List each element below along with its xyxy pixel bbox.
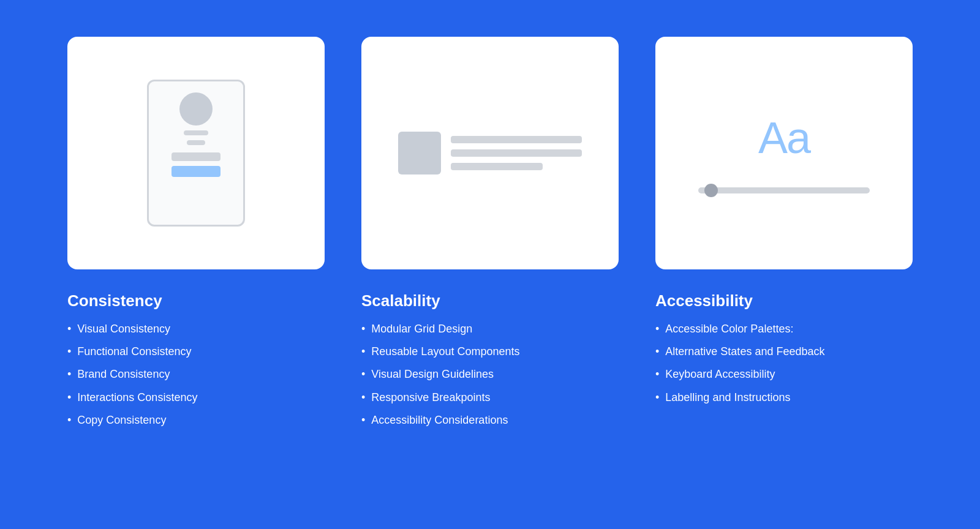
scalability-list: Modular Grid Design Reusable Layout Comp… (361, 321, 619, 428)
scalability-title: Scalability (361, 291, 619, 310)
main-container: Consistency Visual Consistency Functiona… (0, 0, 980, 529)
phone-mockup (147, 80, 245, 227)
consistency-card (67, 37, 325, 269)
list-item: Brand Consistency (67, 367, 325, 382)
list-item: Accessibility Considerations (361, 413, 619, 428)
consistency-title: Consistency (67, 291, 325, 310)
consistency-column: Consistency Visual Consistency Functiona… (67, 37, 325, 428)
scalability-column: Scalability Modular Grid Design Reusable… (361, 37, 619, 428)
phone-line-2 (187, 140, 205, 145)
scalability-card (361, 37, 619, 269)
list-item: Reusable Layout Components (361, 344, 619, 359)
layout-mockup (398, 132, 582, 174)
list-item: Copy Consistency (67, 413, 325, 428)
accessibility-card: Aa (655, 37, 913, 269)
layout-lines (451, 136, 582, 170)
layout-square (398, 132, 441, 174)
layout-line (451, 163, 543, 170)
layout-line (451, 136, 582, 143)
list-item: Alternative States and Feedback (655, 344, 913, 359)
aa-typography: Aa (758, 113, 810, 163)
list-item: Functional Consistency (67, 344, 325, 359)
phone-bar-1 (172, 152, 221, 161)
list-item: Keyboard Accessibility (655, 367, 913, 382)
list-item: Labelling and Instructions (655, 390, 913, 405)
list-item: Interactions Consistency (67, 390, 325, 405)
layout-line (451, 149, 582, 157)
accessibility-title: Accessibility (655, 291, 913, 310)
consistency-list: Visual Consistency Functional Consistenc… (67, 321, 325, 428)
list-item: Accessible Color Palettes: (655, 321, 913, 337)
slider-track[interactable] (698, 187, 870, 193)
phone-bar-blue (172, 166, 221, 177)
phone-avatar (179, 92, 213, 126)
list-item: Visual Design Guidelines (361, 367, 619, 382)
list-item: Modular Grid Design (361, 321, 619, 337)
list-item: Responsive Breakpoints (361, 390, 619, 405)
accessibility-column: Aa Accessibility Accessible Color Palett… (655, 37, 913, 405)
layout-row (398, 132, 582, 174)
phone-line-1 (184, 130, 208, 135)
list-item: Visual Consistency (67, 321, 325, 337)
slider-thumb[interactable] (704, 184, 718, 197)
accessibility-list: Accessible Color Palettes: Alternative S… (655, 321, 913, 405)
